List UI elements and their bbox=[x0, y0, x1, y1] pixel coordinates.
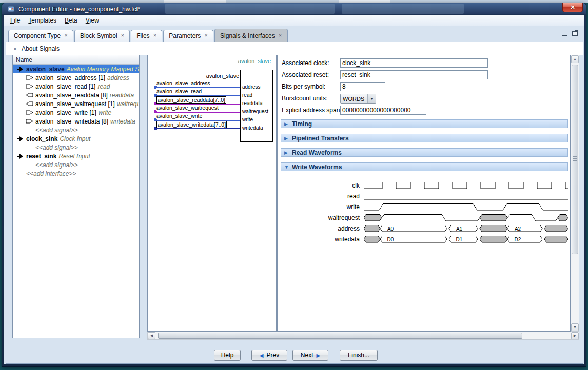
tab-close-icon[interactable]: ✕ bbox=[153, 34, 157, 38]
wizard-footer: Help◀PrevNext▶Finish... bbox=[6, 350, 583, 363]
tree-item-name: avalon_slave bbox=[26, 66, 65, 73]
port-name: writedata bbox=[242, 125, 263, 131]
thumb-grip bbox=[337, 334, 344, 338]
scroll-right-icon[interactable]: ▶ bbox=[571, 332, 579, 339]
section-title: Read Waveforms bbox=[292, 149, 342, 156]
horizontal-scrollbar[interactable]: ◀ ▶ bbox=[147, 332, 579, 340]
waveform-trace: A0A1A2 bbox=[364, 223, 568, 234]
signals-interfaces-pane: ▸ About Signals Name avalon_slaveAvalon … bbox=[6, 42, 583, 364]
tab-block-symbol[interactable]: Block Symbol✕ bbox=[74, 30, 130, 42]
interface-icon bbox=[16, 154, 24, 159]
tree-item-name: <<add signal>> bbox=[35, 144, 78, 151]
tree-item-avalon-slave[interactable]: avalon_slaveAvalon Memory Mapped Slave bbox=[13, 65, 139, 73]
tree-item-type: address bbox=[107, 74, 129, 81]
interface-details-panel: Associated clock:Associated reset:Bits p… bbox=[277, 55, 571, 332]
title-bar[interactable]: Component Editor - new_component_hw.tcl*… bbox=[2, 3, 586, 15]
mnemonic-letter: T bbox=[28, 17, 31, 24]
help-button[interactable]: Help bbox=[214, 350, 241, 361]
waveform-signal-label: address bbox=[278, 225, 364, 232]
minimize-icon[interactable] bbox=[562, 35, 567, 36]
signal-label[interactable]: avalon_slave_writedata[7..0] bbox=[156, 121, 227, 128]
waveform-row-address: addressA0A1A2 bbox=[278, 223, 570, 234]
waveform-row-clk: clk bbox=[278, 180, 570, 191]
tree-item-avalon-slave-readdata-8[interactable]: avalon_slave_readdata [8]readdata bbox=[13, 91, 139, 99]
tree-rows: avalon_slaveAvalon Memory Mapped Slaveav… bbox=[13, 65, 139, 178]
tree-item-clock-sink[interactable]: clock_sinkClock Input bbox=[13, 134, 139, 143]
signal-label[interactable]: avalon_slave_read bbox=[156, 88, 202, 94]
waveform-row-writedata: writedataD0D1D2 bbox=[278, 234, 570, 244]
close-button[interactable]: ✕ bbox=[562, 3, 583, 12]
signal-output-icon bbox=[25, 101, 33, 106]
waveform-trace bbox=[364, 212, 568, 223]
tab-files[interactable]: Files✕ bbox=[131, 30, 162, 42]
horizontal-scrollbar-thumb[interactable] bbox=[158, 333, 522, 339]
menu-file[interactable]: File bbox=[6, 15, 24, 26]
tab-close-icon[interactable]: ✕ bbox=[279, 34, 282, 38]
vertical-scrollbar-thumb[interactable] bbox=[572, 65, 578, 254]
tree-item-name: avalon_slave_write [1] bbox=[35, 109, 96, 116]
waveform-signal-label: write bbox=[278, 203, 364, 211]
tree-item-name: clock_sink bbox=[26, 135, 57, 142]
mnemonic-letter: V bbox=[86, 17, 90, 24]
next-button[interactable]: Next▶ bbox=[292, 350, 328, 361]
burstcount-units-select[interactable]: WORDS▼ bbox=[340, 94, 376, 104]
signal-label[interactable]: avalon_slave_write bbox=[156, 113, 202, 119]
button-label: Next bbox=[301, 352, 313, 359]
signal-label[interactable]: avalon_slave_readdata[7..0] bbox=[156, 96, 226, 104]
vertical-scrollbar[interactable]: ▲ ▼ bbox=[571, 55, 579, 332]
bits-per-symbol-input[interactable] bbox=[340, 82, 385, 91]
tab-close-icon[interactable]: ✕ bbox=[204, 34, 208, 38]
app-icon bbox=[7, 5, 15, 13]
tree-item-name: avalon_slave_address [1] bbox=[35, 74, 105, 81]
section-pipelined-transfers[interactable]: ▶Pipelined Transfers bbox=[281, 134, 568, 142]
tree-item-name: reset_sink bbox=[26, 153, 56, 160]
scroll-down-icon[interactable]: ▼ bbox=[571, 323, 579, 331]
window-title: Component Editor - new_component_hw.tcl* bbox=[18, 6, 140, 13]
thumb-grip bbox=[573, 156, 577, 162]
tree-item-add-signal[interactable]: <<add signal>> bbox=[13, 143, 139, 152]
explicit-address-span-input[interactable] bbox=[340, 106, 426, 115]
menu-view[interactable]: View bbox=[82, 15, 103, 26]
undock-window-icon[interactable] bbox=[572, 31, 578, 36]
scroll-left-icon[interactable]: ◀ bbox=[148, 332, 155, 339]
menu-templates[interactable]: Templates bbox=[24, 15, 61, 26]
port-name: read bbox=[242, 92, 252, 98]
field-label: Explicit address span: bbox=[282, 107, 342, 114]
signal-label[interactable]: avalon_slave_waitrequest bbox=[156, 105, 219, 111]
menu-beta[interactable]: Beta bbox=[61, 15, 82, 26]
associated-clock-input[interactable] bbox=[340, 58, 488, 68]
tree-item-type: Reset Input bbox=[58, 153, 90, 160]
block-title: avalon_slave bbox=[184, 73, 239, 79]
tab-close-icon[interactable]: ✕ bbox=[64, 34, 68, 38]
tab-signals-interfaces[interactable]: Signals & Interfaces✕ bbox=[214, 29, 287, 42]
tree-item-avalon-slave-writedata-8[interactable]: avalon_slave_writedata [8]writedata bbox=[13, 117, 139, 126]
tab-parameters[interactable]: Parameters✕ bbox=[163, 30, 213, 42]
tree-item-avalon-slave-address-1[interactable]: avalon_slave_address [1]address bbox=[13, 73, 139, 82]
scroll-up-icon[interactable]: ▲ bbox=[571, 55, 579, 63]
signal-line bbox=[155, 128, 240, 129]
field-label: Associated clock: bbox=[282, 59, 329, 67]
tab-close-icon[interactable]: ✕ bbox=[121, 34, 125, 38]
section-read-waveforms[interactable]: ▶Read Waveforms bbox=[281, 148, 568, 157]
tree-item-reset-sink[interactable]: reset_sinkReset Input bbox=[13, 152, 139, 160]
signal-label[interactable]: avalon_slave_address bbox=[156, 80, 210, 86]
tree-item-add-signal[interactable]: <<add signal>> bbox=[13, 126, 139, 134]
tree-item-avalon-slave-waitrequest-1[interactable]: avalon_slave_waitrequest [1]waitrequest bbox=[13, 99, 139, 108]
tree-item-type: Clock Input bbox=[60, 135, 90, 142]
finish-button[interactable]: Finish... bbox=[340, 350, 378, 361]
waveform-trace: D0D1D2 bbox=[364, 234, 568, 244]
about-signals-row[interactable]: ▸ About Signals bbox=[6, 42, 583, 55]
tree-header-name-column[interactable]: Name bbox=[13, 55, 139, 65]
section-timing[interactable]: ▶Timing bbox=[281, 119, 568, 128]
tab-component-type[interactable]: Component Type✕ bbox=[8, 30, 73, 42]
tree-item-avalon-slave-write-1[interactable]: avalon_slave_write [1]write bbox=[13, 108, 139, 117]
section-write-waveforms[interactable]: ▼Write Waveforms bbox=[281, 162, 568, 171]
associated-reset-input[interactable] bbox=[340, 70, 488, 79]
tree-item-type: read bbox=[97, 83, 110, 90]
tree-item-add-interface[interactable]: <<add interface>> bbox=[13, 169, 139, 178]
tree-item-add-signal[interactable]: <<add signal>> bbox=[13, 160, 139, 169]
about-signals-link[interactable]: About Signals bbox=[22, 45, 60, 52]
svg-text:D0: D0 bbox=[387, 237, 394, 242]
prev-button[interactable]: ◀Prev bbox=[251, 350, 287, 361]
tree-item-avalon-slave-read-1[interactable]: avalon_slave_read [1]read bbox=[13, 82, 139, 91]
